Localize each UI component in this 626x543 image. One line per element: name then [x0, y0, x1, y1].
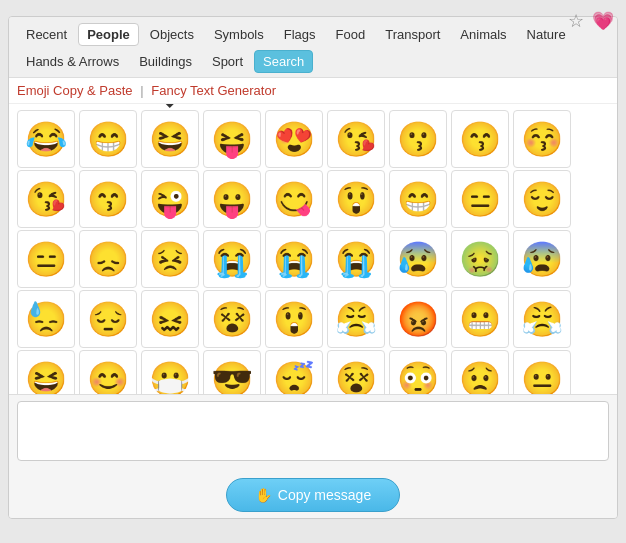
tab-hands[interactable]: Hands & Arrows	[17, 50, 128, 73]
emoji-cell[interactable]: 😲	[265, 290, 323, 348]
tab-nature[interactable]: Nature	[518, 23, 575, 46]
emoji-cell[interactable]: 😵	[203, 290, 261, 348]
emoji-cell[interactable]: 😆	[17, 350, 75, 394]
emoji-cell[interactable]: 😷	[141, 350, 199, 394]
emoji-cell[interactable]: 😌	[513, 170, 571, 228]
emoji-cell[interactable]: 😑	[451, 170, 509, 228]
text-area-section	[9, 394, 617, 470]
emoji-cell[interactable]: 😭	[327, 230, 385, 288]
emoji-grid-wrapper: 😂 😁 😆 Face with Stuck-Out Tongue 😝 😍 😘 😗…	[9, 104, 617, 394]
emoji-cell[interactable]: 😂	[17, 110, 75, 168]
message-textarea[interactable]	[17, 401, 609, 461]
emoji-cell[interactable]: 😰	[513, 230, 571, 288]
emoji-cell[interactable]: 😭	[203, 230, 261, 288]
emoji-cell[interactable]: 😘	[17, 170, 75, 228]
emoji-cell[interactable]: 😎	[203, 350, 261, 394]
emoji-cell[interactable]: 😁	[389, 170, 447, 228]
emoji-cell[interactable]: 😤	[327, 290, 385, 348]
emoji-cell[interactable]: 😳	[389, 350, 447, 394]
emoji-cell[interactable]: 😍	[265, 110, 323, 168]
emoji-cell[interactable]: 😴	[265, 350, 323, 394]
emoji-cell[interactable]: 😙	[451, 110, 509, 168]
tab-recent[interactable]: Recent	[17, 23, 76, 46]
emoji-cell[interactable]: 😐	[513, 350, 571, 394]
emoji-cell[interactable]: 😭	[265, 230, 323, 288]
tab-transport[interactable]: Transport	[376, 23, 449, 46]
emoji-cell[interactable]: 😁	[79, 110, 137, 168]
emoji-grid: 😂 😁 😆 Face with Stuck-Out Tongue 😝 😍 😘 😗…	[9, 104, 617, 394]
tab-symbols[interactable]: Symbols	[205, 23, 273, 46]
copy-btn-icon: ✋	[255, 487, 272, 503]
emoji-cell[interactable]: 😗	[389, 110, 447, 168]
copy-btn-label: Copy message	[278, 487, 371, 503]
emoji-cell[interactable]: 😤	[513, 290, 571, 348]
tab-people[interactable]: People	[78, 23, 139, 46]
tab-sport[interactable]: Sport	[203, 50, 252, 73]
link-separator: |	[140, 83, 143, 98]
emoji-copy-link[interactable]: Emoji Copy & Paste	[17, 83, 133, 98]
tab-animals[interactable]: Animals	[451, 23, 515, 46]
emoji-cell[interactable]: 😖	[141, 290, 199, 348]
emoji-cell[interactable]: 😣	[141, 230, 199, 288]
emoji-cell[interactable]: 😵	[327, 350, 385, 394]
emoji-cell[interactable]: 😚	[513, 110, 571, 168]
nav-row-2: Hands & Arrows Buildings Sport Search	[17, 50, 609, 73]
emoji-cell[interactable]: 😝	[203, 110, 261, 168]
emoji-cell[interactable]: 🤢	[451, 230, 509, 288]
heart-icon[interactable]: 💗	[592, 10, 614, 32]
emoji-cell[interactable]: 😛	[203, 170, 261, 228]
emoji-cell[interactable]: 😲	[327, 170, 385, 228]
fancy-text-link[interactable]: Fancy Text Generator	[151, 83, 276, 98]
emoji-cell[interactable]: 😰	[389, 230, 447, 288]
emoji-cell[interactable]: 😊	[79, 350, 137, 394]
copy-message-button[interactable]: ✋ Copy message	[226, 478, 400, 512]
nav-row-1: Recent People Objects Symbols Flags Food…	[17, 23, 609, 46]
main-container: Recent People Objects Symbols Flags Food…	[8, 16, 618, 519]
emoji-cell[interactable]: 😓	[17, 290, 75, 348]
tab-objects[interactable]: Objects	[141, 23, 203, 46]
star-icon[interactable]: ☆	[568, 10, 584, 32]
nav-bar: Recent People Objects Symbols Flags Food…	[9, 17, 617, 78]
tab-buildings[interactable]: Buildings	[130, 50, 201, 73]
copy-btn-row: ✋ Copy message	[9, 470, 617, 518]
emoji-cell[interactable]: 😞	[79, 230, 137, 288]
tab-search[interactable]: Search	[254, 50, 313, 73]
emoji-cell[interactable]: 😘	[327, 110, 385, 168]
emoji-cell[interactable]: 😙	[79, 170, 137, 228]
emoji-cell[interactable]: 😬	[451, 290, 509, 348]
emoji-cell[interactable]: 😜	[141, 170, 199, 228]
emoji-cell[interactable]: 😡	[389, 290, 447, 348]
tab-flags[interactable]: Flags	[275, 23, 325, 46]
links-bar: Emoji Copy & Paste | Fancy Text Generato…	[9, 78, 617, 104]
emoji-cell[interactable]: 😑	[17, 230, 75, 288]
emoji-cell[interactable]: 😆 Face with Stuck-Out Tongue	[141, 110, 199, 168]
tab-food[interactable]: Food	[327, 23, 375, 46]
emoji-cell[interactable]: 😔	[79, 290, 137, 348]
emoji-cell[interactable]: 😋	[265, 170, 323, 228]
emoji-cell[interactable]: 😟	[451, 350, 509, 394]
